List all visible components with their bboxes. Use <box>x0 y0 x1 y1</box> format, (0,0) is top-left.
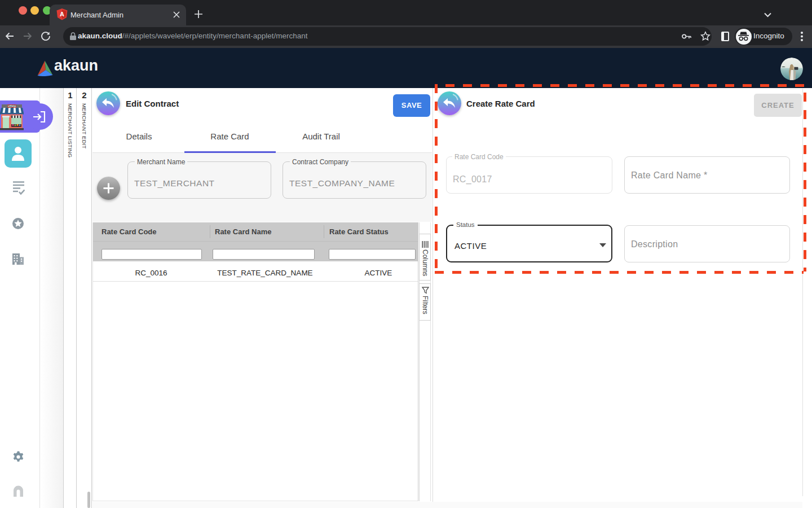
svg-text:SHOP: SHOP <box>8 105 16 108</box>
svg-text:A: A <box>60 11 64 17</box>
